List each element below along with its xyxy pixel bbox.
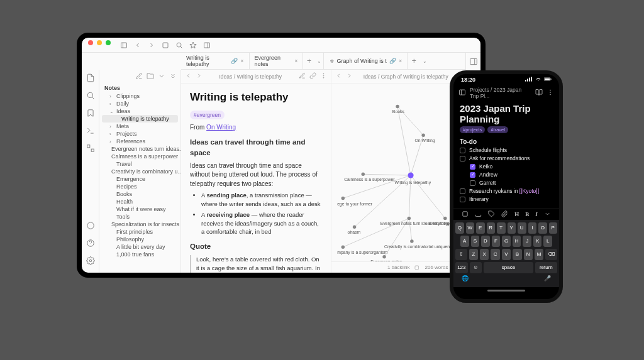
italic-button[interactable]: I [535, 211, 538, 217]
vault-icon[interactable] [161, 41, 170, 50]
nav-back-icon[interactable] [335, 72, 342, 80]
help-icon[interactable] [86, 239, 95, 250]
tree-item[interactable]: ›Meta [99, 123, 180, 130]
tree-item[interactable]: Books [99, 190, 180, 198]
key-V[interactable]: V [502, 249, 511, 260]
tree-item[interactable]: Health [99, 198, 180, 205]
minimize-window-button[interactable] [97, 40, 102, 45]
settings-icon[interactable] [86, 256, 95, 268]
note-editor[interactable]: Writing is telepathy #evergreen From On … [181, 84, 331, 273]
bold-button[interactable]: B [525, 211, 529, 217]
breadcrumb[interactable]: Ideas / Graph of Writing is telepathy [364, 74, 448, 80]
key-Q[interactable]: Q [455, 222, 464, 234]
todo-item[interactable]: Ask for recommendations [460, 155, 553, 163]
nav-forward-icon[interactable] [147, 41, 156, 50]
command-icon[interactable] [86, 126, 95, 138]
tree-item[interactable]: What if it were easy [99, 205, 180, 213]
tab-graph[interactable]: ⨳ Graph of Writing is t 🔗 × [324, 53, 408, 69]
panel-icon[interactable]: ▢ [414, 265, 419, 270]
checkbox[interactable] [460, 148, 465, 153]
key-E[interactable]: E [476, 222, 485, 234]
breadcrumb[interactable]: Projects / 2023 Japan Trip Pl... [470, 87, 528, 99]
key-R[interactable]: R [487, 222, 496, 234]
sync-icon[interactable] [86, 221, 95, 232]
maximize-window-button[interactable] [106, 40, 111, 45]
todo-item[interactable]: Andrew [460, 171, 553, 179]
shift-key[interactable]: ⇧ [455, 249, 467, 260]
tree-item[interactable]: Writing is telepathy [102, 115, 178, 123]
key-L[interactable]: L [543, 236, 552, 247]
link-icon[interactable] [309, 72, 316, 80]
checkbox[interactable] [470, 164, 475, 170]
todo-item[interactable]: Itinerary [460, 195, 553, 204]
heading-button[interactable]: H [514, 211, 519, 217]
tree-item[interactable]: Calmness is a superpower [99, 153, 180, 160]
new-tab-button[interactable]: + [408, 53, 420, 69]
tree-item[interactable]: First principles [99, 228, 180, 236]
tree-item[interactable]: ›Clippings [99, 92, 180, 100]
task-icon[interactable] [462, 210, 469, 219]
collapse-icon[interactable] [169, 72, 177, 81]
todo-item[interactable]: Schedule flights [460, 146, 553, 155]
sort-icon[interactable] [158, 72, 165, 81]
tree-item[interactable]: A little bit every day [99, 243, 180, 251]
close-window-button[interactable] [88, 40, 93, 45]
key-T[interactable]: T [497, 222, 506, 234]
sidebar-toggle-icon[interactable] [458, 89, 466, 97]
nav-back-icon[interactable] [133, 41, 142, 50]
keyboard-dismiss-icon[interactable] [544, 210, 551, 219]
globe-icon[interactable]: 🌐 [462, 275, 469, 281]
backspace-key[interactable]: ⌫ [545, 249, 557, 260]
tree-item[interactable]: Travel [99, 160, 180, 168]
more-icon[interactable] [547, 89, 554, 97]
key-C[interactable]: C [491, 249, 499, 260]
key-123[interactable]: 123 [455, 262, 468, 273]
attachment-icon[interactable] [475, 210, 482, 219]
close-tab-icon[interactable]: × [294, 58, 297, 64]
key-X[interactable]: X [480, 249, 489, 260]
return-key[interactable]: return [535, 262, 557, 273]
tree-item[interactable]: Creativity is combinatory u... [99, 168, 180, 175]
wikilink[interactable]: On Writing [206, 124, 236, 131]
tree-item[interactable]: ⌄Ideas [99, 107, 180, 115]
backlinks-count[interactable]: 1 backlink [387, 265, 410, 270]
key-F[interactable]: F [492, 236, 501, 247]
checkbox[interactable] [460, 188, 465, 194]
tree-item[interactable]: 1,000 true fans [99, 251, 180, 258]
home-indicator[interactable] [487, 290, 525, 292]
close-tab-icon[interactable]: × [240, 58, 243, 64]
files-icon[interactable] [86, 74, 95, 85]
key-W[interactable]: W [466, 222, 475, 234]
tag-icon[interactable] [488, 210, 495, 219]
key-K[interactable]: K [533, 236, 542, 247]
key-O[interactable]: O [538, 222, 547, 234]
nav-back-icon[interactable] [185, 72, 192, 80]
mic-icon[interactable]: 🎤 [544, 275, 551, 281]
clip-icon[interactable] [501, 210, 508, 219]
new-folder-icon[interactable] [147, 72, 154, 81]
new-note-icon[interactable] [135, 72, 143, 81]
checkbox[interactable] [460, 156, 465, 161]
key-B[interactable]: B [513, 249, 521, 260]
key-Z[interactable]: Z [469, 249, 478, 260]
more-icon[interactable] [320, 72, 327, 80]
star-icon[interactable] [189, 41, 197, 50]
todo-item[interactable]: Garrett [460, 179, 553, 187]
tag-chip[interactable]: #projects [460, 126, 485, 133]
tree-item[interactable]: ›Daily [99, 100, 180, 107]
breadcrumb[interactable]: Ideas / Writing is telepathy [219, 74, 282, 80]
key-S[interactable]: S [471, 236, 480, 247]
sidebar-toggle-icon[interactable] [119, 41, 128, 50]
emoji-key[interactable]: ☺ [470, 262, 482, 273]
reading-mode-icon[interactable] [535, 89, 543, 97]
tree-item[interactable]: Tools [99, 213, 180, 221]
wikilink[interactable]: [[Kyoto]] [519, 188, 539, 194]
key-D[interactable]: D [481, 236, 490, 247]
key-A[interactable]: A [460, 236, 469, 247]
key-Y[interactable]: Y [508, 222, 516, 234]
search-icon[interactable] [86, 91, 95, 102]
tab-list-dropdown[interactable]: ⌄ [420, 53, 429, 69]
checkbox[interactable] [470, 180, 475, 186]
checkbox[interactable] [470, 172, 475, 178]
tab-evergreen-notes[interactable]: Evergreen notes × [250, 53, 304, 69]
